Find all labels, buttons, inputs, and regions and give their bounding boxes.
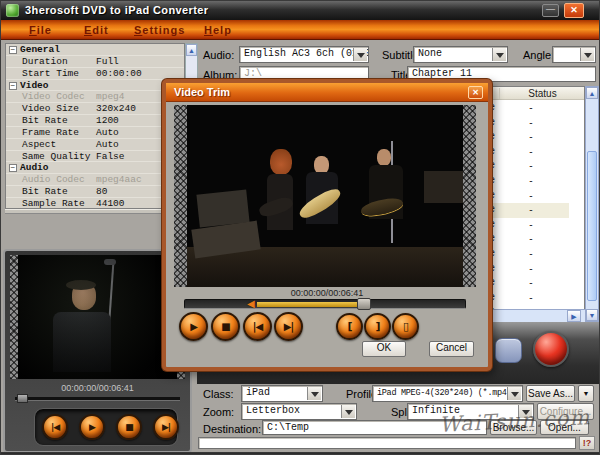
set-start-button[interactable]: [ — [336, 313, 363, 340]
collapse-icon[interactable]: − — [9, 82, 17, 90]
app-icon — [6, 4, 19, 17]
prev-button[interactable]: |◀ — [42, 414, 68, 440]
play-button[interactable]: ▶ — [79, 414, 105, 440]
collapse-icon[interactable]: − — [9, 164, 17, 172]
property-row[interactable]: Start Time00:00:00 — [6, 68, 184, 80]
menu-rest: dit — [92, 24, 108, 36]
property-value: mpeg4aac — [96, 174, 142, 186]
row-status: - — [521, 263, 541, 274]
menu-initial: H — [204, 24, 213, 36]
save-as-menu-button[interactable]: ▼ — [578, 385, 594, 402]
chevron-down-icon[interactable] — [580, 48, 594, 61]
property-row[interactable]: Frame RateAuto — [6, 127, 184, 139]
angle-select[interactable] — [552, 46, 596, 63]
property-group-audio[interactable]: −Audio — [6, 162, 184, 174]
property-row[interactable]: Bit Rate80 — [6, 186, 184, 198]
scroll-up-icon[interactable]: ▲ — [586, 87, 598, 99]
preview-frame-art — [18, 255, 177, 379]
ok-button[interactable]: OK — [362, 341, 406, 357]
dialog-close-button[interactable]: ✕ — [468, 86, 483, 99]
property-row[interactable]: Video Codecmpeg4 — [6, 91, 184, 103]
collapse-icon[interactable]: − — [9, 46, 17, 54]
property-row[interactable]: Audio Codecmpeg4aac — [6, 174, 184, 186]
property-row[interactable]: Video Size320x240 — [6, 103, 184, 115]
slider-thumb[interactable] — [357, 298, 371, 310]
convert-button[interactable] — [533, 331, 569, 367]
property-value: mpeg4 — [96, 91, 125, 103]
row-status: - — [521, 160, 541, 171]
angle-label: Angle: — [523, 49, 554, 61]
property-name: Duration — [22, 56, 68, 68]
property-row[interactable]: Bit Rate1200 — [6, 115, 184, 127]
row-status: - — [521, 248, 541, 259]
window-title: 3herosoft DVD to iPad Converter — [25, 4, 209, 16]
subtitle-select[interactable]: None — [413, 46, 508, 63]
property-name: Bit Rate — [22, 186, 68, 198]
menu-rest: ettings — [142, 24, 185, 36]
property-value: 44100 — [96, 198, 125, 209]
chevron-down-icon[interactable] — [353, 48, 367, 61]
property-row[interactable]: AspectAuto — [6, 139, 184, 151]
audio-select[interactable]: English AC3 6ch (0x80) — [239, 46, 369, 63]
preview-transport-bar: |◀▶■▶| — [34, 408, 178, 446]
close-button[interactable]: ✕ — [564, 3, 584, 18]
profile-value: iPad MPEG-4(320*240) (*.mp4) — [377, 388, 511, 398]
property-row[interactable]: DurationFull — [6, 56, 184, 68]
cancel-button[interactable]: Cancel — [429, 341, 474, 357]
status-hint-button[interactable]: !? — [579, 436, 595, 450]
prev-frame-button[interactable]: |◀ — [243, 312, 272, 341]
trim-timestamp: 00:00:00/00:06:41 — [166, 288, 488, 298]
menu-rest: ile — [37, 24, 52, 36]
slider-thumb[interactable] — [17, 394, 28, 403]
save-as-button[interactable]: Save As... — [526, 385, 575, 402]
stop-convert-button[interactable] — [495, 338, 522, 363]
property-group-name: Audio — [20, 162, 49, 174]
zoom-select[interactable]: Letterbox — [241, 403, 357, 420]
trim-video — [174, 105, 476, 287]
chevron-down-icon[interactable] — [492, 48, 506, 61]
chevron-down-icon[interactable] — [307, 387, 321, 400]
scrollbar-thumb[interactable] — [587, 151, 597, 301]
menu-item-edit[interactable]: Edit — [84, 24, 109, 36]
property-group-video[interactable]: −Video — [6, 80, 184, 92]
scroll-down-icon[interactable]: ▼ — [586, 309, 598, 321]
class-select[interactable]: iPad — [241, 385, 323, 402]
scroll-right-icon[interactable]: ▶ — [567, 310, 581, 322]
minimize-button[interactable]: — — [542, 4, 559, 17]
set-end-button[interactable]: ] — [364, 313, 391, 340]
property-value: 1200 — [96, 115, 119, 127]
list-vertical-scrollbar[interactable]: ▲ ▼ — [585, 86, 599, 322]
status-column-header[interactable]: Status — [499, 88, 585, 99]
trim-slider[interactable]: ◀ — [184, 299, 466, 309]
property-value: 00:00:00 — [96, 68, 142, 80]
profile-select[interactable]: iPad MPEG-4(320*240) (*.mp4) — [372, 385, 523, 402]
scroll-up-icon[interactable]: ▲ — [186, 44, 197, 56]
property-row[interactable]: Same QualityFalse — [6, 151, 184, 163]
stop-button[interactable]: ■ — [211, 312, 240, 341]
property-name: Bit Rate — [22, 115, 68, 127]
play-button[interactable]: ▶ — [179, 312, 208, 341]
zoom-value: Letterbox — [246, 405, 300, 416]
trim-range-fill — [257, 302, 362, 307]
stop-button[interactable]: ■ — [116, 414, 142, 440]
preview-seek-slider[interactable] — [15, 397, 180, 401]
trim-start-marker-icon[interactable]: ◀ — [247, 298, 255, 310]
dialog-title-bar[interactable]: Video Trim ✕ — [166, 83, 488, 102]
property-group-general[interactable]: −General — [6, 44, 184, 56]
chevron-down-icon[interactable] — [341, 405, 355, 418]
property-value: 320x240 — [96, 103, 136, 115]
row-status: - — [521, 277, 541, 288]
property-value: Auto — [96, 127, 119, 139]
art-backdrop — [18, 255, 177, 379]
menu-item-help[interactable]: Help — [204, 24, 232, 36]
next-frame-button[interactable]: ▶| — [274, 312, 303, 341]
menu-item-file[interactable]: File — [29, 24, 52, 36]
menu-item-settings[interactable]: Settings — [134, 24, 185, 36]
reset-trim-button[interactable]: ▯ — [392, 313, 419, 340]
chevron-down-icon[interactable] — [507, 387, 521, 400]
property-row[interactable]: Sample Rate44100 — [6, 198, 184, 209]
art-guitarist3-head — [377, 149, 391, 166]
audio-value: English AC3 6ch (0x80) — [244, 48, 369, 59]
next-button[interactable]: ▶| — [153, 414, 179, 440]
zoom-label: Zoom: — [203, 406, 234, 418]
